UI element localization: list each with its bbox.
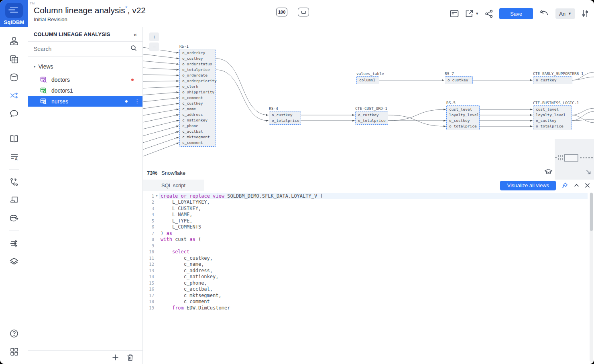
share-icon[interactable] [485, 10, 493, 18]
rail-diagram-icon[interactable] [8, 36, 20, 47]
code-line-14[interactable]: 14 c_nationkey, [143, 274, 594, 280]
sqldbm-logo[interactable]: SqlDBM [0, 0, 28, 27]
zoom-out-button[interactable]: − [149, 42, 159, 51]
node-column-o_custkey[interactable]: o_custkey [269, 112, 301, 118]
view-item-menu-icon[interactable]: ⋮ [134, 98, 139, 104]
lineage-node-RS-5[interactable]: cust_levelloyalty_levelo_custkeyo_totalp… [446, 105, 480, 130]
view-item-doctors[interactable]: doctors [28, 74, 142, 85]
code-line-12[interactable]: 12 c_name, [143, 261, 594, 268]
export-menu-button[interactable]: ▼ [465, 9, 479, 18]
editor-scrollbar[interactable] [590, 192, 593, 362]
node-column-o_totalprice[interactable]: o_totalprice [269, 118, 301, 123]
node-column-o_custkey[interactable]: o_custkey [356, 112, 388, 118]
code-line-6[interactable]: 6 L_COMMENTS [143, 224, 594, 231]
lineage-node-CTE-EARLY_SUPPORTERS-1[interactable]: o_custkey [533, 76, 572, 84]
node-column-c_comment[interactable]: c_comment [180, 140, 216, 146]
node-column-c_custkey[interactable]: c_custkey [180, 101, 216, 106]
code-line-7[interactable]: 7) as [143, 230, 594, 237]
minimap-viewport[interactable] [564, 154, 578, 162]
node-column-c_nationkey[interactable]: c_nationkey [180, 117, 216, 123]
node-column-c_name[interactable]: c_name [180, 106, 216, 112]
rail-database-icon[interactable] [8, 72, 20, 83]
lineage-node-CTE-CUST_ORD-1[interactable]: o_custkeyo_totalprice [355, 111, 388, 125]
code-line-10[interactable]: 10 select [143, 249, 594, 255]
lineage-canvas[interactable]: + − RS-1o_orderkeyo_custkeyo_orderstatus… [143, 27, 594, 180]
rail-apps-icon[interactable] [8, 346, 20, 357]
node-column-o_comment[interactable]: o_comment [180, 95, 216, 101]
tab-sql-script[interactable]: SQL script [143, 180, 204, 191]
node-column-o_orderkey[interactable]: o_orderkey [180, 50, 216, 56]
node-column-o_shippriority[interactable]: o_shippriority [180, 89, 216, 95]
search-input[interactable] [34, 46, 130, 52]
rail-arrows-icon[interactable] [8, 238, 20, 249]
lineage-node-values_table[interactable]: column1 [356, 76, 379, 84]
lineage-node-RS-7[interactable]: o_custkey [445, 76, 473, 84]
user-menu[interactable]: An▼ [555, 8, 575, 19]
code-line-2[interactable]: 2 L_LOYALTYKEY, [143, 199, 594, 206]
code-line-3[interactable]: 3 L_CUSTKEY, [143, 205, 594, 212]
expand-panel-icon[interactable] [574, 184, 579, 187]
lineage-node-RS-1[interactable]: o_orderkeyo_custkeyo_orderstatuso_totalp… [179, 49, 216, 147]
code-line-13[interactable]: 13 c_address, [143, 267, 594, 274]
lineage-node-CTE-BUSINESS_LOGIC-1[interactable]: cust_levelloyalty_levelo_custkeyo_totalp… [533, 105, 572, 130]
search-icon[interactable] [130, 45, 137, 53]
code-line-11[interactable]: 11 c_custkey, [143, 255, 594, 261]
node-column-o_custkey[interactable]: o_custkey [533, 77, 572, 83]
node-column-loyalty_level[interactable]: loyalty_level [447, 112, 479, 118]
node-column-o_orderdate[interactable]: o_orderdate [180, 73, 216, 78]
code-line-19[interactable]: 19 from EDW.DimCustomer [143, 305, 594, 311]
rail-board-icon[interactable] [8, 194, 20, 206]
node-column-column1[interactable]: column1 [357, 77, 379, 83]
node-column-o_custkey[interactable]: o_custkey [533, 118, 572, 123]
tutorial-cap-icon[interactable] [544, 168, 553, 177]
rail-branch-icon[interactable] [8, 176, 20, 188]
node-column-o_totalprice[interactable]: o_totalprice [447, 123, 479, 129]
node-column-o_totalprice[interactable]: o_totalprice [356, 118, 388, 123]
node-column-o_totalprice[interactable]: o_totalprice [533, 123, 572, 129]
editor-scrollbar-thumb[interactable] [590, 193, 593, 231]
node-column-o_custkey[interactable]: o_custkey [447, 118, 479, 123]
settings-sliders-icon[interactable] [581, 9, 589, 18]
code-line-17[interactable]: 17 c_mktsegment, [143, 292, 594, 299]
views-section-toggle[interactable]: ▾ Views [28, 61, 142, 72]
node-column-cust_level[interactable]: cust_level [447, 107, 479, 112]
rail-book-icon[interactable] [8, 133, 20, 144]
fold-caret-icon[interactable]: ▼ [154, 194, 159, 197]
node-column-loyalty_level[interactable]: loyalty_level [533, 112, 572, 118]
sql-code-editor[interactable]: 1▼create or replace view SQLDBM_DEMO.SFL… [143, 191, 594, 363]
node-column-c_acctbal[interactable]: c_acctbal [180, 129, 216, 134]
node-column-cust_level[interactable]: cust_level [533, 107, 572, 112]
code-line-5[interactable]: 5 L_TYPE, [143, 218, 594, 224]
code-line-8[interactable]: 8with cust as ( [143, 237, 594, 243]
view-item-doctors1[interactable]: doctors1 [28, 85, 142, 96]
rail-comment-icon[interactable] [8, 108, 20, 119]
code-line-18[interactable]: 18 c_comment [143, 299, 594, 305]
rail-tables-icon[interactable] [8, 54, 20, 65]
node-column-o_orderpriority[interactable]: o_orderpriority [180, 78, 216, 84]
code-line-9[interactable]: 9 [143, 243, 594, 249]
rail-help-icon[interactable] [8, 328, 20, 339]
save-button[interactable]: Save [499, 8, 533, 19]
rail-naming-icon[interactable]: A [8, 151, 20, 162]
delete-view-button[interactable] [127, 354, 134, 361]
lineage-node-RS-4[interactable]: o_custkeyo_totalprice [269, 111, 301, 125]
zoom-in-button[interactable]: + [149, 32, 159, 41]
node-column-o_orderstatus[interactable]: o_orderstatus [180, 61, 216, 67]
properties-panel-icon[interactable] [450, 10, 459, 18]
node-column-o_totalprice[interactable]: o_totalprice [180, 67, 216, 73]
minimap[interactable] [555, 139, 594, 180]
visualize-all-views-button[interactable]: Visualize all views [500, 181, 556, 190]
node-column-o_custkey[interactable]: o_custkey [180, 56, 216, 61]
code-line-1[interactable]: 1▼create or replace view SQLDBM_DEMO.SFL… [143, 193, 594, 199]
code-line-16[interactable]: 16 c_acctbal, [143, 286, 594, 293]
node-column-c_phone[interactable]: c_phone [180, 123, 216, 129]
fit-to-screen-button[interactable] [298, 8, 309, 16]
collapse-panel-icon[interactable]: « [134, 31, 137, 38]
node-column-o_clerk[interactable]: o_clerk [180, 84, 216, 89]
code-line-4[interactable]: 4 L_NAME, [143, 212, 594, 218]
zoom-100-button[interactable]: 100 [276, 8, 287, 16]
rail-db-export-icon[interactable] [8, 212, 20, 224]
view-item-nurses[interactable]: nurses⋮ [28, 96, 142, 107]
node-column-o_custkey[interactable]: o_custkey [445, 77, 472, 83]
code-line-15[interactable]: 15 c_phone, [143, 280, 594, 286]
